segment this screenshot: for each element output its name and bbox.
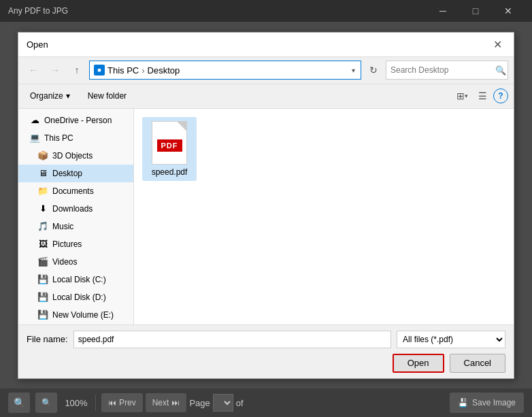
pdf-file-icon: PDF [152,121,187,165]
save-image-button[interactable]: 💾 Save Image [450,393,524,413]
dialog-bottom: File name: All files (*.pdf) Open Cancel [18,324,514,378]
dialog-title-bar: Open ✕ [18,33,514,57]
refresh-button[interactable]: ↻ [364,61,383,80]
toolbar: Organize ▾ New folder ⊞ ▾ ☰ ? [18,84,514,109]
maximize-button[interactable]: □ [460,0,491,22]
sidebar-item-new-volume[interactable]: 💾 New Volume (E:) [18,306,133,324]
zoom-level: 100% [63,398,90,408]
grid-view-dropdown-icon: ▾ [465,93,468,99]
documents-icon: 📁 [37,186,48,197]
music-icon: 🎵 [37,221,48,232]
content-area: ☁ OneDrive - Person 💻 This PC 📦 3D Objec… [18,109,514,324]
refresh-icon: ↻ [369,65,378,76]
local-disk-d-icon: 💾 [37,292,48,303]
next-button[interactable]: Next ⏭ [146,393,187,412]
save-icon: 💾 [458,398,468,407]
new-folder-button[interactable]: New folder [82,87,133,105]
sidebar-item-downloads[interactable]: ⬇ Downloads [18,200,133,218]
search-input[interactable] [390,65,493,75]
sidebar-item-thispc[interactable]: 💻 This PC [18,129,133,147]
dialog-title: Open [27,39,48,50]
pictures-icon: 🖼 [37,239,48,250]
sidebar-item-pictures[interactable]: 🖼 Pictures [18,235,133,253]
search-bar: 🔍 [386,61,508,80]
open-button[interactable]: Open [393,354,444,373]
details-view-button[interactable]: ☰ [473,87,492,105]
file-area[interactable]: PDF speed.pdf [134,109,514,324]
up-icon: ↑ [75,65,80,76]
prev-button[interactable]: ⏮ Prev [101,393,143,412]
3dobjects-icon: 📦 [37,150,48,161]
open-dialog: Open ✕ ← → ↑ ■ This PC › [18,32,514,379]
new-volume-icon: 💾 [37,310,48,320]
help-button[interactable]: ? [493,88,508,103]
app-statusbar: 🔍 🔍 100% ⏮ Prev Next ⏭ Page of 💾 Save Im… [0,388,532,417]
path-bar-icon: ■ [94,65,105,76]
path-bar[interactable]: ■ This PC › Desktop ▾ [89,61,361,80]
sidebar: ☁ OneDrive - Person 💻 This PC 📦 3D Objec… [18,109,134,324]
back-button[interactable]: ← [24,61,43,80]
zoom-out-icon: 🔍 [41,398,52,407]
sidebar-item-documents[interactable]: 📁 Documents [18,182,133,200]
breadcrumb-this-pc: This PC [107,65,139,76]
sidebar-item-onedrive[interactable]: ☁ OneDrive - Person [18,112,133,129]
sidebar-item-3dobjects[interactable]: 📦 3D Objects [18,147,133,165]
back-icon: ← [29,65,38,76]
statusbar-sep-1 [95,395,96,411]
minimize-button[interactable]: ─ [427,0,459,22]
grid-view-button[interactable]: ⊞ ▾ [452,87,471,105]
page-nav-controls: ⏮ Prev Next ⏭ Page of [101,393,244,412]
zoom-in-icon: 🔍 [14,397,25,408]
file-name-label: speed.pdf [152,167,188,177]
app-title-bar: Any PDF to JPG ─ □ ✕ [0,0,532,22]
organize-button[interactable]: Organize ▾ [24,87,76,105]
search-icon[interactable]: 🔍 [495,65,506,76]
cancel-button[interactable]: Cancel [450,354,505,373]
pdf-badge: PDF [157,139,182,152]
organize-chevron-icon: ▾ [66,91,70,101]
page-select[interactable] [213,394,233,412]
downloads-icon: ⬇ [37,203,48,214]
file-name-field[interactable] [73,331,391,348]
onedrive-icon: ☁ [29,115,40,126]
button-row: Open Cancel [27,354,505,373]
next-icon: ⏭ [171,398,180,407]
file-name-field-label: File name: [27,334,68,344]
breadcrumb-desktop: Desktop [148,65,180,76]
file-name-row: File name: All files (*.pdf) [27,331,505,348]
grid-view-icon: ⊞ [456,90,465,101]
main-background: Open ✕ ← → ↑ ■ This PC › [0,22,532,388]
navigation-bar: ← → ↑ ■ This PC › Desktop ▾ ↻ [18,57,514,84]
desktop-icon: 🖥 [37,168,48,179]
zoom-out-button[interactable]: 🔍 [35,393,57,413]
videos-icon: 🎬 [37,256,48,267]
app-close-button[interactable]: ✕ [493,0,524,22]
forward-button[interactable]: → [46,61,65,80]
sidebar-item-local-c[interactable]: 💾 Local Disk (C:) [18,271,133,288]
page-label: Page [189,398,210,408]
sidebar-item-desktop[interactable]: 🖥 Desktop [18,165,133,182]
title-bar-controls: ─ □ ✕ [427,0,524,22]
forward-icon: → [50,65,60,76]
app-title: Any PDF to JPG [8,6,68,16]
sidebar-item-music[interactable]: 🎵 Music [18,218,133,235]
sidebar-item-local-d[interactable]: 💾 Local Disk (D:) [18,288,133,306]
file-type-group: All files (*.pdf) [397,331,505,348]
thispc-icon: 💻 [29,133,40,144]
up-button[interactable]: ↑ [67,61,86,80]
breadcrumb: This PC › Desktop [107,65,348,76]
of-label: of [236,398,244,408]
local-disk-c-icon: 💾 [37,274,48,285]
breadcrumb-sep: › [142,65,144,76]
view-controls: ⊞ ▾ ☰ ? [452,87,508,105]
sidebar-item-videos[interactable]: 🎬 Videos [18,253,133,271]
zoom-in-button[interactable]: 🔍 [8,393,30,413]
path-dropdown-button[interactable]: ▾ [350,65,356,76]
dialog-close-button[interactable]: ✕ [489,36,505,52]
prev-icon: ⏮ [108,398,116,407]
file-item-speed-pdf[interactable]: PDF speed.pdf [142,117,197,181]
details-view-icon: ☰ [478,90,487,101]
file-type-select[interactable]: All files (*.pdf) [397,331,505,348]
